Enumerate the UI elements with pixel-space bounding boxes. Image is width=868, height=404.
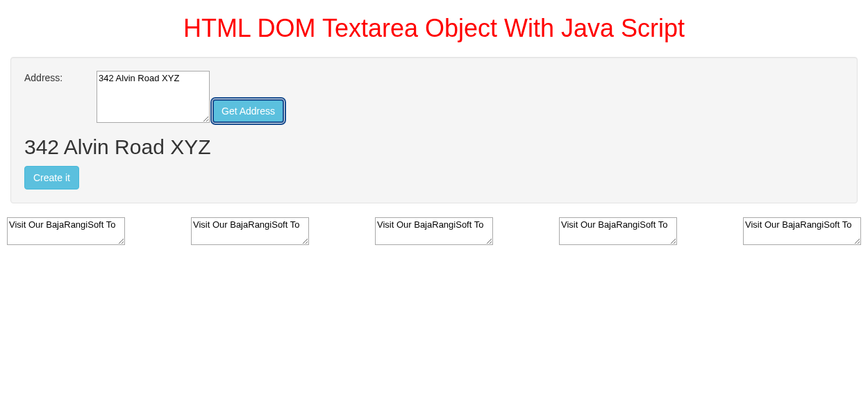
get-address-button[interactable]: Get Address bbox=[212, 99, 284, 123]
created-textarea[interactable] bbox=[559, 217, 677, 245]
address-form-row: Address: Get Address bbox=[24, 71, 844, 123]
create-it-button[interactable]: Create it bbox=[24, 166, 79, 190]
created-textarea[interactable] bbox=[191, 217, 309, 245]
created-textarea[interactable] bbox=[375, 217, 493, 245]
created-textarea[interactable] bbox=[743, 217, 861, 245]
created-textarea[interactable] bbox=[7, 217, 125, 245]
result-output: 342 Alvin Road XYZ bbox=[24, 135, 844, 159]
created-textareas-row bbox=[0, 217, 868, 245]
address-textarea[interactable] bbox=[97, 71, 210, 123]
page-title: HTML DOM Textarea Object With Java Scrip… bbox=[0, 14, 868, 43]
address-label: Address: bbox=[24, 71, 94, 83]
main-panel: Address: Get Address 342 Alvin Road XYZ … bbox=[10, 57, 858, 203]
